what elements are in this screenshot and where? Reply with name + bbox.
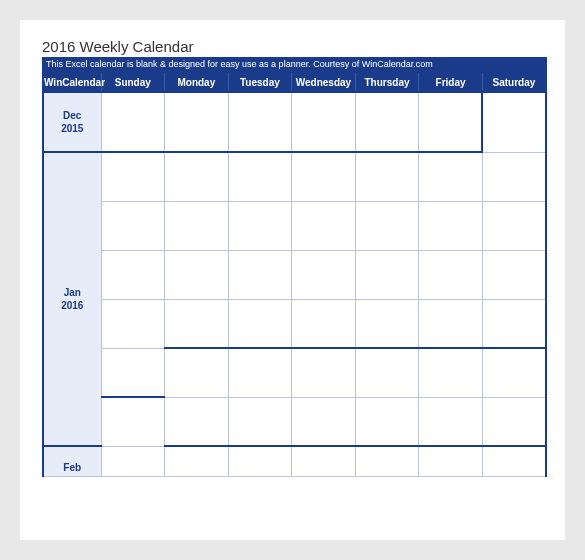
calendar-cell[interactable]: [228, 201, 292, 250]
table-row: [43, 348, 546, 397]
calendar-cell[interactable]: [482, 152, 546, 201]
calendar-cell[interactable]: [355, 397, 419, 446]
calendar-table: WinCalendar Sunday Monday Tuesday Wednes…: [42, 71, 547, 477]
calendar-cell[interactable]: [101, 201, 165, 250]
calendar-cell[interactable]: [101, 250, 165, 299]
calendar-cell[interactable]: [165, 201, 229, 250]
table-row: [43, 299, 546, 348]
header-row: WinCalendar Sunday Monday Tuesday Wednes…: [43, 72, 546, 92]
calendar-cell[interactable]: [419, 348, 483, 397]
calendar-cell[interactable]: [228, 397, 292, 446]
table-row: Feb: [43, 446, 546, 476]
calendar-cell[interactable]: [228, 152, 292, 201]
calendar-cell[interactable]: [419, 397, 483, 446]
calendar-cell[interactable]: [292, 152, 356, 201]
calendar-cell[interactable]: [355, 299, 419, 348]
calendar-cell[interactable]: [228, 92, 292, 152]
month-label-feb: Feb: [43, 446, 101, 476]
calendar-cell[interactable]: [419, 299, 483, 348]
calendar-cell[interactable]: [101, 152, 165, 201]
calendar-cell[interactable]: [101, 397, 165, 446]
month-label-dec: Dec 2015: [43, 92, 101, 152]
table-row: [43, 397, 546, 446]
calendar-cell[interactable]: [419, 92, 483, 152]
day-header-sunday: Sunday: [101, 72, 165, 92]
calendar-cell[interactable]: [228, 446, 292, 476]
calendar-cell[interactable]: [101, 446, 165, 476]
table-row: Jan 2016: [43, 152, 546, 201]
table-row: Dec 2015: [43, 92, 546, 152]
calendar-cell[interactable]: [482, 92, 546, 152]
calendar-cell[interactable]: [101, 299, 165, 348]
calendar-cell[interactable]: [165, 152, 229, 201]
day-header-friday: Friday: [419, 72, 483, 92]
calendar-cell[interactable]: [419, 152, 483, 201]
calendar-cell[interactable]: [482, 250, 546, 299]
calendar-cell[interactable]: [292, 201, 356, 250]
calendar-cell[interactable]: [165, 348, 229, 397]
calendar-cell[interactable]: [228, 250, 292, 299]
calendar-cell[interactable]: [419, 250, 483, 299]
day-header-wednesday: Wednesday: [292, 72, 356, 92]
calendar-cell[interactable]: [228, 348, 292, 397]
calendar-cell[interactable]: [355, 250, 419, 299]
calendar-cell[interactable]: [355, 92, 419, 152]
calendar-cell[interactable]: [355, 201, 419, 250]
calendar-cell[interactable]: [355, 152, 419, 201]
calendar-cell[interactable]: [482, 201, 546, 250]
page-title: 2016 Weekly Calendar: [42, 38, 547, 55]
table-row: [43, 201, 546, 250]
calendar-cell[interactable]: [228, 299, 292, 348]
day-header-saturday: Saturday: [482, 72, 546, 92]
calendar-cell[interactable]: [419, 201, 483, 250]
calendar-cell[interactable]: [165, 397, 229, 446]
calendar-cell[interactable]: [165, 92, 229, 152]
calendar-cell[interactable]: [292, 250, 356, 299]
calendar-cell[interactable]: [355, 446, 419, 476]
calendar-cell[interactable]: [292, 397, 356, 446]
calendar-cell[interactable]: [101, 92, 165, 152]
calendar-sheet: 2016 Weekly Calendar This Excel calendar…: [20, 20, 565, 540]
calendar-cell[interactable]: [419, 446, 483, 476]
calendar-cell[interactable]: [101, 348, 165, 397]
month-label-jan: Jan 2016: [43, 152, 101, 446]
day-header-tuesday: Tuesday: [228, 72, 292, 92]
calendar-cell[interactable]: [482, 299, 546, 348]
calendar-cell[interactable]: [355, 348, 419, 397]
calendar-cell[interactable]: [482, 397, 546, 446]
table-row: [43, 250, 546, 299]
calendar-cell[interactable]: [165, 299, 229, 348]
calendar-cell[interactable]: [482, 348, 546, 397]
subtitle-bar: This Excel calendar is blank & designed …: [42, 57, 547, 71]
calendar-cell[interactable]: [482, 446, 546, 476]
calendar-cell[interactable]: [292, 299, 356, 348]
day-header-thursday: Thursday: [355, 72, 419, 92]
calendar-cell[interactable]: [292, 446, 356, 476]
calendar-cell[interactable]: [165, 250, 229, 299]
calendar-cell[interactable]: [292, 348, 356, 397]
day-header-monday: Monday: [165, 72, 229, 92]
calendar-cell[interactable]: [165, 446, 229, 476]
calendar-cell[interactable]: [292, 92, 356, 152]
brand-header: WinCalendar: [43, 72, 101, 92]
